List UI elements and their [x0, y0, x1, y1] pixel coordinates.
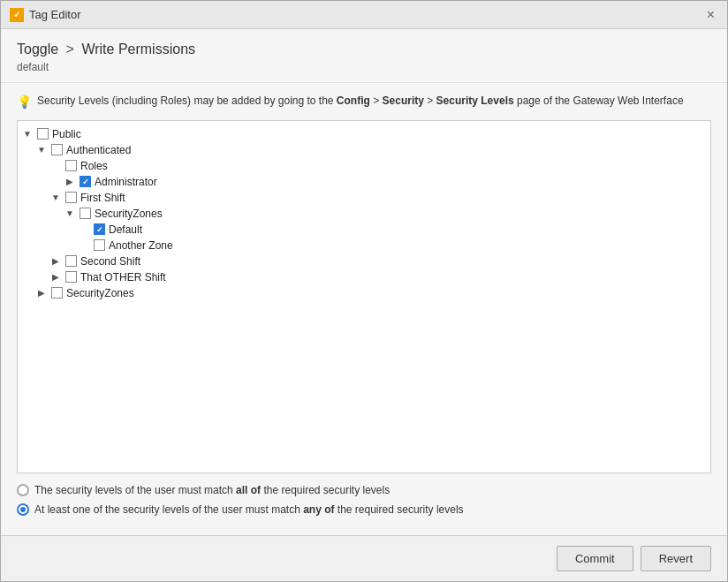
- info-bar: 💡 Security Levels (including Roles) may …: [17, 94, 711, 111]
- radio-section: The security levels of the user must mat…: [17, 484, 711, 516]
- label-authenticated: Authenticated: [66, 144, 131, 156]
- label-first-shift: First Shift: [80, 192, 125, 204]
- commit-button[interactable]: Commit: [557, 546, 633, 571]
- info-icon: 💡: [17, 94, 32, 111]
- tree-node-first-shift[interactable]: ▼ First Shift: [21, 190, 707, 206]
- footer: Commit Revert: [1, 535, 727, 581]
- tree-node-second-shift[interactable]: ▶ Second Shift: [21, 253, 707, 269]
- label-that-other-shift: That OTHER Shift: [80, 271, 166, 283]
- radio-option1-row[interactable]: The security levels of the user must mat…: [17, 484, 711, 496]
- breadcrumb-arrow: >: [66, 42, 74, 57]
- checkbox-second-shift[interactable]: [65, 255, 77, 267]
- tree-node-another-zone[interactable]: Another Zone: [21, 238, 707, 253]
- radio-option2[interactable]: [17, 503, 29, 516]
- tree-node-securityzones[interactable]: ▶ SecurityZones: [21, 285, 707, 301]
- dialog: ✓ Tag Editor × Toggle > Write Permission…: [0, 0, 728, 582]
- label-securityzones-nested: SecurityZones: [95, 208, 163, 220]
- tree-panel[interactable]: ▼ Public ▼ Authenticated Roles: [17, 120, 711, 473]
- expand-public[interactable]: ▼: [21, 128, 34, 140]
- expand-authenticated[interactable]: ▼: [35, 144, 48, 156]
- tag-editor-icon: ✓: [10, 8, 24, 22]
- breadcrumb: Toggle > Write Permissions: [17, 42, 711, 57]
- checkbox-administrator[interactable]: [80, 176, 91, 187]
- title-bar-left: ✓ Tag Editor: [10, 8, 81, 22]
- close-button[interactable]: ×: [703, 8, 718, 22]
- expand-second-shift[interactable]: ▶: [49, 255, 62, 268]
- tree-node-public[interactable]: ▼ Public: [21, 126, 707, 142]
- tree-node-authenticated[interactable]: ▼ Authenticated: [21, 142, 707, 158]
- tree-node-securityzones-nested[interactable]: ▼ SecurityZones: [21, 206, 707, 222]
- tree-node-roles[interactable]: Roles: [21, 158, 707, 174]
- checkbox-another-zone[interactable]: [94, 239, 105, 251]
- label-administrator: Administrator: [95, 176, 157, 188]
- label-another-zone: Another Zone: [109, 239, 173, 252]
- checkbox-that-other-shift[interactable]: [65, 271, 77, 283]
- breadcrumb-part1: Toggle: [17, 42, 58, 57]
- checkbox-first-shift[interactable]: [65, 192, 77, 203]
- radio-option1-label: The security levels of the user must mat…: [34, 484, 390, 496]
- checkbox-default[interactable]: [94, 223, 105, 235]
- content-section: 💡 Security Levels (including Roles) may …: [1, 83, 727, 535]
- expand-that-other-shift[interactable]: ▶: [49, 271, 62, 283]
- window-title: Tag Editor: [29, 8, 81, 21]
- expand-first-shift[interactable]: ▼: [49, 192, 62, 204]
- radio-option2-label: At least one of the security levels of t…: [34, 503, 464, 516]
- info-text: Security Levels (including Roles) may be…: [37, 94, 684, 109]
- label-securityzones: SecurityZones: [66, 287, 134, 299]
- tree-node-default[interactable]: Default: [21, 222, 707, 238]
- checkbox-securityzones-nested[interactable]: [80, 208, 91, 219]
- label-default: Default: [109, 223, 142, 236]
- expand-securityzones-nested[interactable]: ▼: [64, 208, 76, 220]
- breadcrumb-part2: Write Permissions: [81, 42, 195, 57]
- label-roles: Roles: [80, 160, 108, 172]
- checkbox-securityzones[interactable]: [51, 287, 63, 299]
- header-section: Toggle > Write Permissions default: [1, 29, 727, 83]
- subtitle: default: [17, 61, 711, 73]
- tree-node-that-other-shift[interactable]: ▶ That OTHER Shift: [21, 269, 707, 285]
- tree-node-administrator[interactable]: ▶ Administrator: [21, 174, 707, 190]
- label-second-shift: Second Shift: [80, 255, 140, 268]
- checkbox-authenticated[interactable]: [51, 144, 63, 155]
- checkbox-roles[interactable]: [65, 160, 77, 171]
- checkbox-public[interactable]: [37, 128, 49, 140]
- expand-securityzones[interactable]: ▶: [35, 287, 48, 299]
- label-public: Public: [52, 128, 81, 140]
- expand-administrator[interactable]: ▶: [64, 176, 76, 188]
- revert-button[interactable]: Revert: [641, 546, 711, 571]
- title-bar: ✓ Tag Editor ×: [1, 1, 727, 29]
- radio-option2-row[interactable]: At least one of the security levels of t…: [17, 503, 711, 516]
- radio-option1[interactable]: [17, 484, 29, 496]
